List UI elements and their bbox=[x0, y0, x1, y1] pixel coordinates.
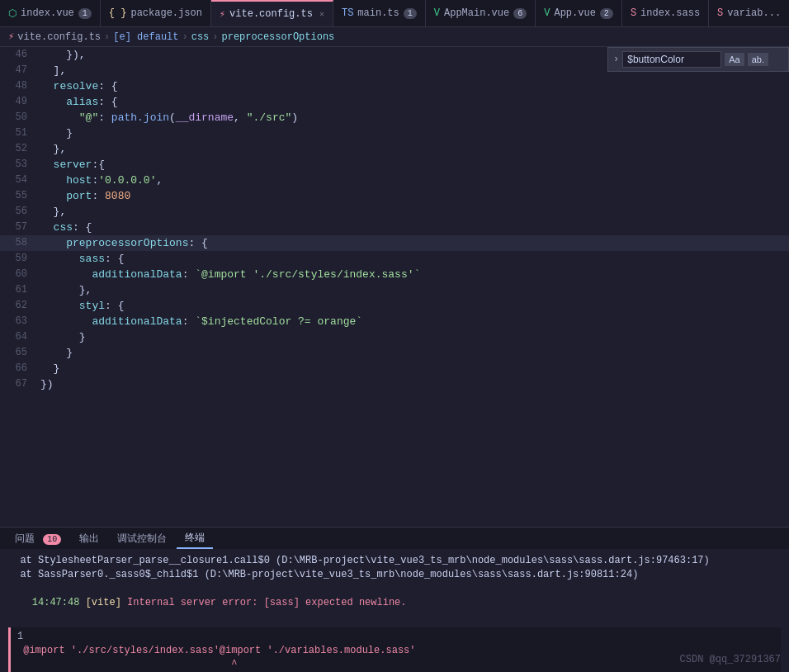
editor-area: › Aa ab. 46 }), 47 ], 48 resolve: { bbox=[0, 47, 789, 527]
line-number: 66 bbox=[0, 361, 37, 376]
line-content: styl: { bbox=[37, 298, 789, 314]
term-line-time-error: 14:47:48 [vite] Internal server error: [… bbox=[8, 582, 781, 624]
tab-label: AppMain.vue bbox=[444, 7, 509, 19]
line-number: 55 bbox=[0, 188, 37, 204]
code-editor[interactable]: › Aa ab. 46 }), 47 ], 48 resolve: { bbox=[0, 47, 789, 527]
tab-label: index.vue bbox=[21, 7, 74, 19]
tab-index-sass[interactable]: S index.sass bbox=[622, 0, 709, 27]
code-line-62: 62 styl: { bbox=[0, 298, 789, 314]
whole-word-button[interactable]: ab. bbox=[748, 53, 768, 66]
tab-bar: ⬡ index.vue 1 { } package.json ⚡ vite.co… bbox=[0, 0, 789, 27]
tab-label: main.ts bbox=[357, 7, 399, 19]
case-sensitive-button[interactable]: Aa bbox=[725, 53, 744, 66]
line-content: } bbox=[37, 125, 789, 141]
tab-output[interactable]: 输出 bbox=[71, 529, 107, 548]
line-content: additionalData: `@import './src/styles/i… bbox=[37, 267, 789, 282]
term-timestamp: 14:47:48 bbox=[32, 597, 86, 608]
line-content: "@": path.join(__dirname, "./src") bbox=[37, 110, 789, 125]
tab-label: 问题 bbox=[15, 533, 35, 545]
line-content: } bbox=[37, 361, 789, 376]
tab-appmain-vue[interactable]: V AppMain.vue 6 bbox=[426, 0, 536, 27]
tab-label: 输出 bbox=[79, 533, 99, 545]
line-content: }, bbox=[37, 282, 789, 298]
line-content: } bbox=[37, 329, 789, 345]
tab-debug-console[interactable]: 调试控制台 bbox=[109, 529, 175, 548]
term-caret: ^ bbox=[17, 658, 774, 672]
line-content: } bbox=[37, 345, 789, 361]
code-line-48: 48 resolve: { bbox=[0, 78, 789, 94]
tab-close-icon[interactable]: ✕ bbox=[319, 9, 324, 19]
vue-icon: V bbox=[434, 7, 440, 19]
line-number: 48 bbox=[0, 78, 37, 94]
line-number: 52 bbox=[0, 141, 37, 157]
line-content: additionalData: `$injectedColor ?= orang… bbox=[37, 314, 789, 329]
breadcrumb-ts-icon: ⚡ bbox=[8, 31, 14, 43]
tab-label: App.vue bbox=[554, 7, 595, 19]
tab-index-vue[interactable]: ⬡ index.vue 1 bbox=[0, 0, 101, 27]
tab-label: vite.config.ts bbox=[229, 8, 313, 20]
line-number: 49 bbox=[0, 94, 37, 110]
tab-vite-config[interactable]: ⚡ vite.config.ts ✕ bbox=[211, 0, 333, 27]
tab-label: package.json bbox=[130, 7, 201, 19]
code-line-65: 65 } bbox=[0, 345, 789, 361]
breadcrumb-part: [e] default bbox=[113, 31, 178, 43]
code-line-49: 49 alias: { bbox=[0, 94, 789, 110]
term-error-msg: Internal server error: [sass] expected n… bbox=[121, 597, 407, 608]
line-content: css: { bbox=[37, 220, 789, 235]
code-lines: 46 }), 47 ], 48 resolve: { 49 alias: { 5 bbox=[0, 47, 789, 392]
line-number: 47 bbox=[0, 63, 37, 78]
line-number: 59 bbox=[0, 251, 37, 267]
code-line-59: 59 sass: { bbox=[0, 251, 789, 267]
tab-label: 调试控制台 bbox=[117, 533, 167, 545]
tab-label: 终端 bbox=[185, 532, 205, 544]
sass-icon: S bbox=[717, 7, 723, 19]
line-number: 60 bbox=[0, 267, 37, 282]
tab-app-vue[interactable]: V App.vue 2 bbox=[536, 0, 622, 27]
tab-badge: 6 bbox=[513, 8, 527, 19]
breadcrumb-sep2: › bbox=[182, 31, 187, 43]
term-code-linenum: 1 bbox=[17, 630, 774, 644]
tab-problems[interactable]: 问题 10 bbox=[7, 529, 69, 548]
code-line-55: 55 port: 8080 bbox=[0, 188, 789, 204]
line-number: 57 bbox=[0, 220, 37, 235]
search-icon: › bbox=[613, 54, 619, 65]
tab-package-json[interactable]: { } package.json bbox=[101, 0, 211, 27]
code-line-53: 53 server:{ bbox=[0, 157, 789, 173]
line-content: }, bbox=[37, 141, 789, 157]
breadcrumb-sep3: › bbox=[212, 31, 218, 43]
line-number: 54 bbox=[0, 173, 37, 188]
tab-terminal[interactable]: 终端 bbox=[177, 528, 213, 549]
line-content: server:{ bbox=[37, 157, 789, 173]
line-number: 61 bbox=[0, 282, 37, 298]
breadcrumb-part3: preprocessorOptions bbox=[222, 31, 335, 43]
ts-icon: ⚡ bbox=[220, 8, 225, 21]
line-number: 56 bbox=[0, 204, 37, 220]
line-number: 53 bbox=[0, 157, 37, 173]
term-line: at SassParser0._sass0$_child$1 (D:\MRB-p… bbox=[8, 568, 781, 582]
line-content: }, bbox=[37, 204, 789, 220]
tab-main-ts[interactable]: TS main.ts 1 bbox=[333, 0, 426, 27]
terminal-panel[interactable]: at StylesheetParser_parse__closure1.call… bbox=[0, 549, 789, 672]
watermark: CSDN @qq_37291367 bbox=[680, 654, 781, 665]
problems-badge: 10 bbox=[43, 534, 61, 545]
line-number: 63 bbox=[0, 314, 37, 329]
line-content: }) bbox=[37, 376, 789, 392]
term-line: at StylesheetParser_parse__closure1.call… bbox=[8, 554, 781, 568]
code-line-57: 57 css: { bbox=[0, 220, 789, 235]
code-line-50: 50 "@": path.join(__dirname, "./src") bbox=[0, 110, 789, 125]
search-input[interactable] bbox=[622, 51, 721, 68]
line-number: 65 bbox=[0, 345, 37, 361]
breadcrumb-part2: css bbox=[191, 31, 210, 43]
panel-tabs: 问题 10 输出 调试控制台 终端 bbox=[0, 527, 789, 549]
json-icon: { } bbox=[109, 7, 127, 19]
tab-badge: 1 bbox=[404, 8, 417, 19]
code-line-64: 64 } bbox=[0, 329, 789, 345]
tab-label: variab... bbox=[727, 7, 781, 19]
code-line-61: 61 }, bbox=[0, 282, 789, 298]
tab-variables[interactable]: S variab... bbox=[709, 0, 789, 27]
code-line-66: 66 } bbox=[0, 361, 789, 376]
line-number: 50 bbox=[0, 110, 37, 125]
code-line-54: 54 host:'0.0.0.0', bbox=[0, 173, 789, 188]
line-number: 51 bbox=[0, 125, 37, 141]
tab-label: index.sass bbox=[640, 7, 700, 19]
